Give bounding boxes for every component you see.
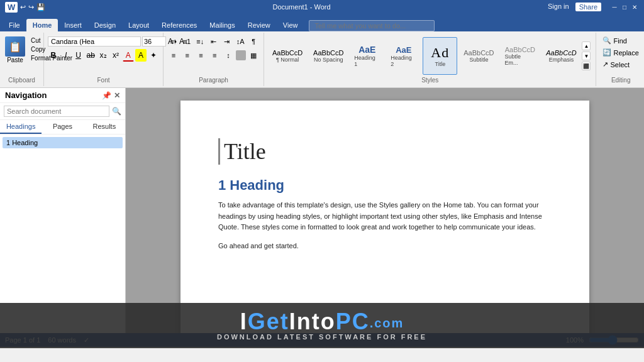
align-right-btn[interactable]: ≡	[195, 49, 208, 62]
tell-me-search[interactable]	[309, 20, 435, 31]
style-title[interactable]: Ad Title	[423, 37, 457, 75]
watermark-pc: PC	[336, 309, 370, 334]
document-body2[interactable]: Go ahead and get started.	[218, 241, 552, 252]
style-subtle-preview: AaBbCcD	[505, 46, 535, 53]
style-emphasis-preview: AaBbCcD	[546, 49, 576, 57]
paste-button[interactable]: 📋 Paste	[4, 35, 26, 65]
watermark-i: I	[240, 309, 248, 334]
align-center-btn[interactable]: ≡	[181, 49, 194, 62]
watermark: IGetIntoPC.com Download Latest Software …	[0, 303, 644, 348]
tab-review[interactable]: Review	[242, 19, 277, 31]
tab-layout[interactable]: Layout	[122, 19, 155, 31]
sort-btn[interactable]: ↕A	[234, 35, 246, 48]
select-icon: ↗	[602, 60, 608, 69]
tab-references[interactable]: References	[155, 19, 203, 31]
nav-close-btn[interactable]: ✕	[114, 91, 120, 100]
tab-view[interactable]: View	[277, 19, 304, 31]
tab-insert[interactable]: Insert	[58, 19, 88, 31]
nav-content: 1 Heading	[0, 134, 125, 151]
style-heading2[interactable]: AaE Heading 2	[386, 37, 421, 75]
shading-btn[interactable]	[236, 50, 246, 60]
strikethrough-button[interactable]: ab	[85, 49, 96, 62]
close-btn[interactable]: ✕	[630, 3, 639, 11]
style-h1-preview: AaE	[358, 45, 375, 55]
tab-mailings[interactable]: Mailings	[203, 19, 241, 31]
underline-button[interactable]: U	[73, 49, 84, 62]
editing-group-label: Editing	[600, 77, 641, 84]
nav-header: Navigation 📌 ✕	[0, 88, 125, 103]
nav-pin-btn[interactable]: 📌	[102, 91, 111, 100]
font-name-select[interactable]	[48, 36, 141, 47]
minimize-btn[interactable]: ─	[610, 3, 619, 11]
nav-tab-pages[interactable]: Pages	[42, 120, 83, 134]
style-emphasis[interactable]: AaBbCcD Emphasis	[541, 37, 580, 75]
multilevel-list-btn[interactable]: ≡↓	[194, 35, 206, 48]
style-h2-preview: AaE	[396, 45, 411, 55]
watermark-get: Get	[248, 309, 289, 334]
nav-item[interactable]: 1 Heading	[3, 137, 123, 148]
numbering-button[interactable]: ≡1	[180, 35, 192, 48]
tab-home[interactable]: Home	[26, 19, 58, 31]
document-body1[interactable]: To take advantage of this template's des…	[218, 200, 552, 233]
sign-in-btn[interactable]: Sign in	[548, 3, 569, 11]
document-page[interactable]: Title 1Heading To take advantage of this…	[180, 101, 589, 333]
highlight-button[interactable]: A	[135, 49, 147, 62]
document-title[interactable]: Title	[218, 138, 552, 165]
superscript-button[interactable]: x²	[110, 49, 121, 62]
undo-btn[interactable]: ↩	[20, 3, 26, 11]
find-button[interactable]: 🔍 Find	[600, 35, 641, 46]
style-nospace-preview: AaBbCcD	[313, 49, 343, 57]
nav-search-icon[interactable]: 🔍	[112, 107, 121, 116]
nav-tab-results[interactable]: Results	[84, 120, 125, 134]
style-normal-name: ¶ Normal	[276, 57, 299, 63]
save-btn[interactable]: 💾	[36, 3, 45, 11]
nav-search: 🔍	[0, 103, 125, 120]
clear-format-btn[interactable]: ✦	[148, 49, 159, 62]
decrease-indent-btn[interactable]: ⇤	[208, 35, 219, 48]
line-spacing-btn[interactable]: ↕	[222, 49, 235, 62]
share-btn[interactable]: Share	[575, 3, 601, 11]
restore-btn[interactable]: □	[620, 3, 629, 11]
word-icon: W	[5, 2, 18, 13]
style-normal[interactable]: AaBbCcD ¶ Normal	[268, 37, 307, 75]
redo-btn[interactable]: ↪	[28, 3, 34, 11]
bold-button[interactable]: B	[48, 49, 59, 62]
clipboard-group: 📋 Paste Cut Copy Format Painter Clipboar…	[0, 33, 44, 86]
watermark-com: .com	[370, 316, 404, 330]
tab-file[interactable]: File	[3, 19, 26, 31]
style-subtitle-name: Subtitle	[469, 57, 488, 63]
show-formatting-btn[interactable]: ¶	[248, 35, 260, 48]
nav-search-input[interactable]	[4, 106, 109, 117]
italic-button[interactable]: I	[60, 49, 72, 62]
replace-button[interactable]: 🔄 Replace	[600, 47, 641, 58]
select-button[interactable]: ↗ Select	[600, 59, 641, 70]
align-left-btn[interactable]: ≡	[167, 49, 180, 62]
subscript-button[interactable]: x₂	[97, 49, 109, 62]
styles-row: AaBbCcD ¶ Normal AaBbCcD No Spacing AaE …	[268, 35, 580, 77]
styles-scroll-up[interactable]: ▲	[582, 41, 591, 50]
styles-scroll-down[interactable]: ▼	[582, 52, 591, 60]
styles-expand[interactable]: ⬛	[582, 62, 591, 70]
font-size-select[interactable]	[142, 36, 166, 47]
justify-btn[interactable]: ≡	[208, 49, 221, 62]
style-nospacing[interactable]: AaBbCcD No Spacing	[309, 37, 348, 75]
nav-tab-headings[interactable]: Headings	[0, 120, 42, 134]
style-subtitle-preview: AaBbCcD	[464, 49, 494, 57]
text-color-button[interactable]: A	[123, 49, 134, 62]
borders-btn[interactable]: ▦	[247, 49, 260, 62]
nav-tabs: Headings Pages Results	[0, 120, 125, 134]
watermark-into: Into	[289, 309, 336, 334]
nav-title: Navigation	[5, 90, 47, 100]
tab-design[interactable]: Design	[88, 19, 122, 31]
watermark-line1: IGetIntoPC.com	[240, 310, 404, 333]
style-title-preview: Ad	[431, 45, 449, 61]
style-heading1[interactable]: AaE Heading 1	[350, 37, 384, 75]
increase-indent-btn[interactable]: ⇥	[221, 35, 233, 48]
style-subtitle[interactable]: AaBbCcD Subtitle	[459, 37, 498, 75]
document-area[interactable]: Title 1Heading To take advantage of this…	[126, 88, 644, 333]
bullets-button[interactable]: ≡•	[167, 35, 179, 48]
navigation-pane: Navigation 📌 ✕ 🔍 Headings Pages Results …	[0, 88, 126, 333]
paragraph-group: ≡• ≡1 ≡↓ ⇤ ⇥ ↕A ¶ ≡ ≡ ≡ ≡ ↕ ▦ Paragraph	[164, 33, 264, 86]
document-heading: 1Heading	[218, 177, 552, 194]
style-subtle-emphasis[interactable]: AaBbCcD Subtle Em...	[500, 37, 540, 75]
